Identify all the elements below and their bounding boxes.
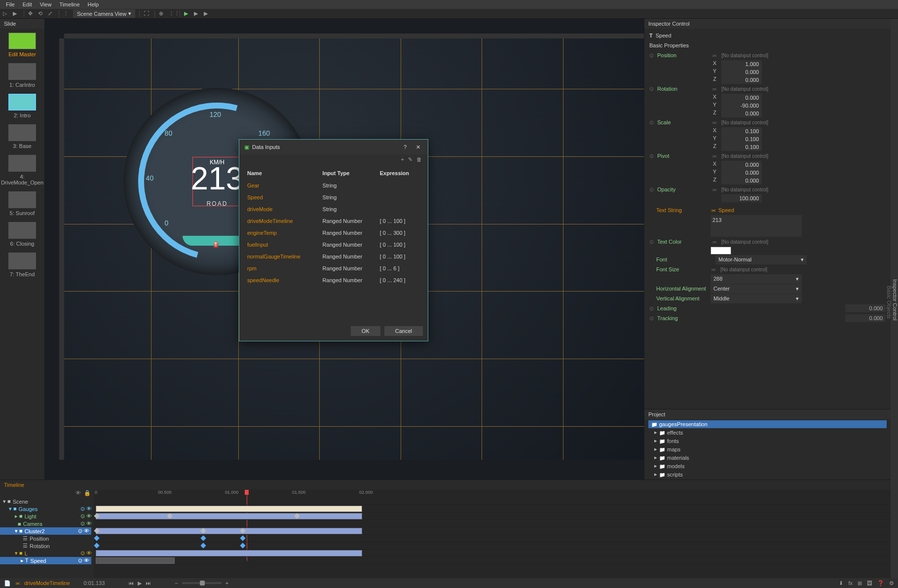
- next-button[interactable]: ⏭: [146, 580, 151, 586]
- datainput-icon[interactable]: ⫘: [711, 119, 717, 125]
- folder-maps[interactable]: ▸ maps: [648, 445, 887, 453]
- pos-x[interactable]: 1.000: [721, 60, 762, 68]
- scale-icon[interactable]: ⤢: [48, 10, 55, 17]
- col-type[interactable]: Input Type: [322, 167, 378, 179]
- link-icon[interactable]: ⊙: [649, 186, 655, 193]
- folder-fonts[interactable]: ▸ fonts: [648, 437, 887, 445]
- fx-icon[interactable]: fx: [848, 580, 853, 587]
- link-icon[interactable]: ⊙: [649, 86, 655, 92]
- settings-icon[interactable]: ⚙: [889, 580, 894, 587]
- opacity-val[interactable]: 100.000: [721, 194, 762, 202]
- camera-select[interactable]: Scene Camera View ▾: [73, 9, 135, 18]
- pivot-y[interactable]: 0.000: [721, 169, 762, 177]
- table-row[interactable]: fuelInputRanged Number[ 0 ... 100 ]: [246, 239, 421, 250]
- menu-edit[interactable]: Edit: [19, 1, 36, 7]
- table-row[interactable]: speedNeedleRanged Number[ 0 ... 240 ]: [246, 275, 421, 286]
- rot-y[interactable]: -90.000: [721, 102, 762, 110]
- delete-button[interactable]: 🗑: [416, 156, 422, 164]
- halign-select[interactable]: Center▾: [711, 284, 802, 294]
- leading-val[interactable]: 0.000: [845, 304, 886, 312]
- timeline-ruler[interactable]: 0 00.500 01.000 01.500 02.000: [94, 490, 891, 498]
- dialog-close[interactable]: ✕: [413, 144, 423, 150]
- datainput-icon[interactable]: ⫘: [711, 52, 717, 58]
- textcolor-swatch[interactable]: [711, 247, 731, 255]
- slide-7[interactable]: 7: TheEnd: [0, 249, 44, 279]
- pos-y[interactable]: 0.000: [721, 68, 762, 76]
- folder-models[interactable]: ▸ models: [648, 462, 887, 470]
- edit-button[interactable]: ✎: [408, 156, 412, 164]
- tl-scene[interactable]: ▾ ■ Scene: [0, 498, 94, 505]
- textstring-val[interactable]: 213: [711, 215, 802, 237]
- arrow2-icon[interactable]: ▶: [13, 10, 20, 17]
- slide-3[interactable]: 3: Base: [0, 120, 44, 151]
- tl-gauges[interactable]: ▾ ■ Gauges⊙ 👁: [0, 505, 94, 513]
- prev-button[interactable]: ⏮: [128, 580, 134, 586]
- menu-help[interactable]: Help: [84, 1, 103, 7]
- folder-effects[interactable]: ▸ effects: [648, 428, 887, 437]
- tl-rotation[interactable]: ☰ Rotation: [0, 542, 94, 550]
- table-row[interactable]: SpeedString: [246, 192, 421, 203]
- fit-icon[interactable]: ⛶: [144, 10, 150, 17]
- scale-z[interactable]: 0.100: [721, 143, 762, 151]
- image-icon[interactable]: 🖼: [867, 580, 872, 587]
- tl-camera[interactable]: ■ Camera⊙ 👁: [0, 520, 94, 527]
- tl-speed[interactable]: ▸ T Speed⊙ 👁: [0, 557, 91, 564]
- link-icon[interactable]: ⊙: [649, 52, 655, 59]
- slide-2[interactable]: 2: Intro: [0, 90, 44, 120]
- play3-icon[interactable]: ▶: [204, 10, 211, 17]
- tl-l[interactable]: ▾ ■ L⊙ 👁: [0, 550, 94, 557]
- table-row[interactable]: engineTempRanged Number[ 0 ... 300 ]: [246, 227, 421, 238]
- tool1-icon[interactable]: ⊞: [858, 580, 862, 587]
- datainput-icon[interactable]: ⫘: [711, 239, 717, 245]
- menu-file[interactable]: File: [2, 1, 19, 7]
- move-icon[interactable]: ✥: [28, 10, 35, 17]
- slide-1[interactable]: 1: CarIntro: [0, 59, 44, 90]
- ok-button[interactable]: OK: [351, 326, 380, 336]
- table-row[interactable]: normalGaugeTimelineRanged Number[ 0 ... …: [246, 251, 421, 262]
- col-name[interactable]: Name: [246, 167, 321, 179]
- datainput-icon[interactable]: ⫘: [711, 153, 717, 159]
- track-bar[interactable]: [96, 513, 362, 519]
- tl-position[interactable]: ☰ Position: [0, 535, 94, 542]
- tracking-val[interactable]: 0.000: [845, 314, 886, 322]
- font-select[interactable]: Motor-Normal▾: [715, 255, 807, 264]
- table-row[interactable]: GearString: [246, 180, 421, 191]
- valign-select[interactable]: Middle▾: [711, 294, 802, 303]
- pivot-z[interactable]: 0.000: [721, 177, 762, 184]
- table-row[interactable]: driveModeTimelineRanged Number[ 0 ... 10…: [246, 216, 421, 226]
- zoom-out[interactable]: −: [175, 580, 178, 586]
- rotate-icon[interactable]: ⟲: [38, 10, 45, 17]
- track-bar[interactable]: [96, 506, 362, 512]
- link-icon[interactable]: ⊙: [649, 239, 655, 245]
- menu-timeline[interactable]: Timeline: [55, 1, 83, 7]
- project-root[interactable]: gaugesPresentation: [648, 420, 887, 428]
- pos-z[interactable]: 0.000: [721, 76, 762, 84]
- table-row[interactable]: driveModeString: [246, 204, 421, 215]
- lock-icon[interactable]: 🔒: [84, 490, 91, 498]
- slide-5[interactable]: 5: Sunroof: [0, 187, 44, 218]
- datainput-icon[interactable]: ⫘: [711, 266, 716, 272]
- track-bar[interactable]: [96, 550, 362, 556]
- link-icon[interactable]: ⊙: [649, 305, 655, 312]
- datainput-icon[interactable]: ⫘: [711, 207, 716, 213]
- menu-view[interactable]: View: [36, 1, 56, 7]
- dots-icon[interactable]: ⋮: [63, 10, 70, 17]
- tl-cluster2[interactable]: ▾ ■ Cluster2⊙ 👁: [0, 527, 91, 535]
- export-icon[interactable]: ⬇: [839, 580, 843, 587]
- play-icon[interactable]: ▶: [184, 10, 191, 17]
- link-icon[interactable]: ⊙: [649, 315, 655, 322]
- cancel-button[interactable]: Cancel: [384, 326, 423, 336]
- datainput-icon[interactable]: ⫘: [711, 186, 717, 192]
- active-datainput[interactable]: driveModeTimeline: [24, 580, 70, 586]
- slide-4[interactable]: 4: DriveMode_Open: [0, 151, 44, 187]
- scale-y[interactable]: 0.100: [721, 135, 762, 143]
- grid-icon[interactable]: ⋮⋮: [169, 10, 176, 17]
- slide-edit-master[interactable]: Edit Master: [0, 29, 44, 59]
- zoom-in[interactable]: +: [225, 580, 228, 586]
- table-row[interactable]: rpmRanged Number[ 0 ... 6 ]: [246, 263, 421, 274]
- globe-icon[interactable]: ⊕: [159, 10, 166, 17]
- link-icon[interactable]: ⊙: [649, 153, 655, 159]
- track-bar[interactable]: [96, 528, 362, 534]
- tl-light[interactable]: ▸ ■ Light⊙ 👁: [0, 513, 94, 520]
- scale-x[interactable]: 0.100: [721, 127, 762, 135]
